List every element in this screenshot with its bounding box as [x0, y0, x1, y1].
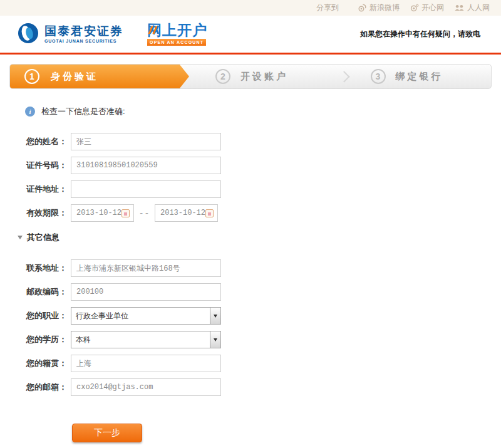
- calendar-icon[interactable]: [205, 209, 214, 217]
- step-3-number: 3: [371, 69, 386, 84]
- other-info-form: 联系地址： 邮政编码： 您的职业： 行政企事业单位 您的学历： 本科 您的籍贯：…: [26, 259, 501, 396]
- lens-logo-icon: [17, 22, 39, 47]
- email-row: 您的邮箱：: [26, 378, 501, 396]
- id-address-label: 证件地址：: [26, 184, 71, 195]
- kaixin-icon: [410, 3, 419, 13]
- education-row: 您的学历： 本科: [26, 331, 501, 348]
- contact-address-label: 联系地址：: [26, 263, 71, 274]
- step-bind-bank: 3 绑定银行: [344, 65, 492, 88]
- notice-text: 检查一下信息是否准确:: [41, 106, 125, 117]
- id-address-row: 证件地址：: [26, 180, 501, 198]
- occupation-select[interactable]: 行政企事业单位: [71, 307, 221, 325]
- name-input[interactable]: [71, 133, 221, 150]
- info-icon: i: [25, 107, 35, 117]
- name-row: 您的姓名：: [26, 133, 501, 150]
- collapse-triangle-icon: [18, 236, 23, 239]
- identity-form: 您的姓名： 证件号码： 证件地址： 有效期限： 2013-10-12 -- 20…: [26, 133, 501, 222]
- hotline-text: 如果您在操作中有任何疑问，请致电: [360, 29, 492, 39]
- chevron-down-icon: [214, 315, 217, 318]
- occupation-label: 您的职业：: [26, 310, 71, 321]
- native-place-input[interactable]: [71, 355, 221, 372]
- email-input[interactable]: [71, 378, 221, 396]
- share-to-label[interactable]: 分享到: [316, 3, 339, 13]
- native-place-row: 您的籍贯：: [26, 355, 501, 372]
- education-select[interactable]: 本科: [71, 331, 221, 348]
- education-selected-value: 本科: [71, 331, 210, 348]
- step-3-label: 绑定银行: [396, 71, 443, 83]
- renren-icon: [454, 3, 465, 13]
- validity-start-date-value: 2013-10-12: [76, 209, 121, 217]
- dropdown-button[interactable]: [210, 308, 220, 324]
- postal-code-label: 邮政编码：: [26, 286, 71, 298]
- validity-label: 有效期限：: [26, 207, 71, 219]
- chevron-down-icon: [214, 338, 217, 341]
- guotai-junan-logo: 国泰君安证券 GUOTAI JUNAN SECURITIES: [17, 22, 123, 47]
- id-number-input[interactable]: [71, 157, 221, 174]
- share-bar: 分享到 新浪微博 开心网: [0, 0, 501, 16]
- id-address-input[interactable]: [71, 180, 221, 198]
- open-account-logo-cn: 网上开户: [147, 23, 207, 38]
- open-account-logo-en: OPEN AN ACCOUNT: [147, 39, 206, 46]
- weibo-link[interactable]: 新浪微博: [358, 3, 400, 13]
- check-info-notice: i 检查一下信息是否准确:: [25, 106, 501, 117]
- step-progress-bar: 1 身份验证 2 开设账户 3 绑定银行: [9, 64, 492, 89]
- kaixin-link[interactable]: 开心网: [410, 3, 444, 13]
- validity-end-date-picker[interactable]: 2013-10-12: [155, 204, 218, 222]
- occupation-selected-value: 行政企事业单位: [71, 308, 210, 324]
- name-label: 您的姓名：: [26, 136, 71, 147]
- other-info-section-title: 其它信息: [27, 232, 59, 243]
- education-label: 您的学历：: [26, 334, 71, 345]
- renren-link[interactable]: 人人网: [454, 3, 490, 13]
- brand-name-en: GUOTAI JUNAN SECURITIES: [44, 39, 123, 43]
- step-identity-verification: 1 身份验证: [9, 64, 189, 89]
- contact-address-input[interactable]: [71, 259, 221, 277]
- renren-label: 人人网: [467, 3, 490, 13]
- native-place-label: 您的籍贯：: [26, 358, 71, 369]
- step-2-number: 2: [215, 69, 230, 84]
- date-range-separator: --: [134, 209, 155, 218]
- validity-end-date-value: 2013-10-12: [160, 209, 205, 217]
- step-open-account: 2 开设账户: [189, 65, 336, 88]
- occupation-row: 您的职业： 行政企事业单位: [26, 307, 501, 325]
- step-1-number: 1: [24, 69, 39, 84]
- next-step-button[interactable]: 下一步: [72, 424, 142, 442]
- validity-start-date-picker[interactable]: 2013-10-12: [71, 204, 134, 222]
- open-account-logo: 网上开户 OPEN AN ACCOUNT: [147, 23, 207, 46]
- step-2-label: 开设账户: [240, 71, 288, 83]
- postal-code-input[interactable]: [71, 283, 221, 301]
- weibo-icon: [358, 3, 367, 13]
- kaixin-label: 开心网: [421, 3, 444, 13]
- email-label: 您的邮箱：: [26, 382, 71, 393]
- weibo-label: 新浪微博: [369, 3, 400, 13]
- page-header: 国泰君安证券 GUOTAI JUNAN SECURITIES 网上开户 OPEN…: [0, 16, 501, 55]
- id-number-label: 证件号码：: [26, 160, 71, 171]
- brand-name-cn: 国泰君安证券: [44, 25, 123, 37]
- other-info-section-toggle[interactable]: 其它信息: [18, 232, 501, 243]
- contact-address-row: 联系地址：: [26, 259, 501, 277]
- validity-row: 有效期限： 2013-10-12 -- 2013-10-12: [26, 204, 501, 222]
- calendar-icon[interactable]: [121, 209, 130, 217]
- step-1-label: 身份验证: [51, 71, 98, 83]
- dropdown-button[interactable]: [210, 331, 220, 348]
- id-number-row: 证件号码：: [26, 157, 501, 174]
- postal-code-row: 邮政编码：: [26, 283, 501, 301]
